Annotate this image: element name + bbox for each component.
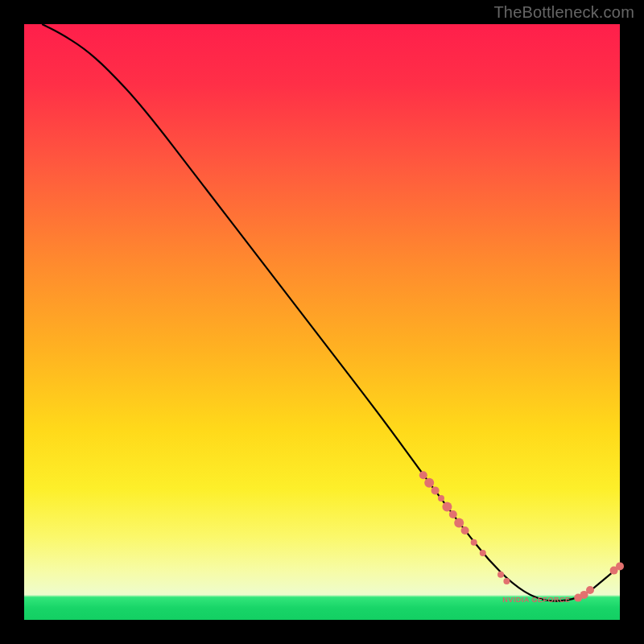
- data-marker: [480, 550, 486, 556]
- data-marker: [586, 586, 594, 594]
- data-marker: [471, 539, 477, 546]
- marker-group: [419, 471, 624, 601]
- data-marker: [419, 471, 427, 479]
- data-marker: [449, 510, 457, 518]
- data-marker: [431, 486, 440, 494]
- data-marker: [503, 578, 510, 584]
- data-marker: [424, 478, 434, 488]
- plot-area: NVIDIA GEFORCE: [24, 24, 620, 620]
- data-marker: [438, 495, 444, 502]
- bottleneck-curve: [42, 24, 620, 601]
- data-marker: [454, 518, 464, 527]
- data-marker: [616, 562, 624, 570]
- curve-layer: NVIDIA GEFORCE: [24, 24, 620, 620]
- cluster-label: NVIDIA GEFORCE: [502, 596, 570, 604]
- chart-frame: TheBottleneck.com NVIDIA GEFORCE: [0, 0, 644, 644]
- data-marker: [461, 526, 469, 535]
- data-marker: [442, 502, 452, 511]
- watermark-text: TheBottleneck.com: [493, 3, 634, 22]
- data-marker: [497, 572, 504, 578]
